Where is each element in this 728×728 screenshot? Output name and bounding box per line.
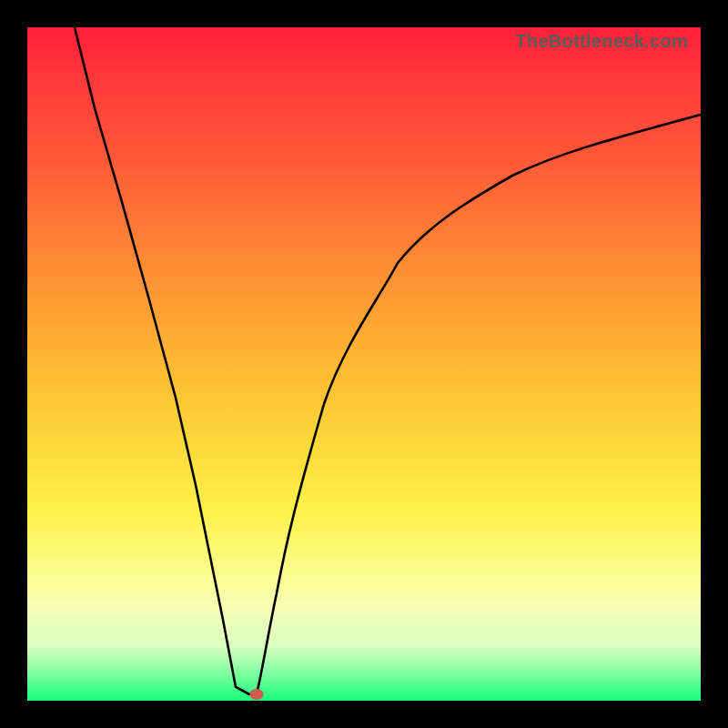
minimum-marker-icon: [250, 689, 264, 700]
chart-stage: TheBottleneck.com: [0, 0, 728, 728]
chart-plot-area: TheBottleneck.com: [27, 27, 701, 701]
curve-right-path: [257, 115, 701, 694]
curve-left-path: [75, 27, 249, 694]
bottleneck-curve: [27, 27, 701, 701]
